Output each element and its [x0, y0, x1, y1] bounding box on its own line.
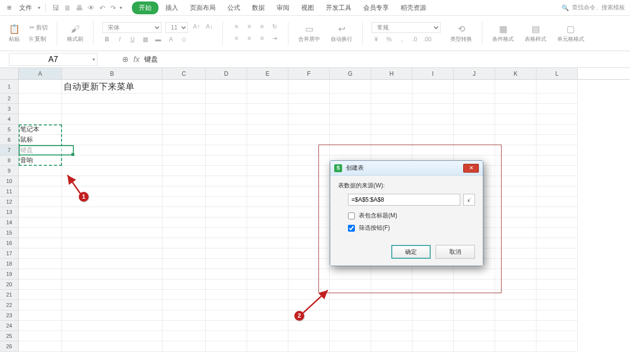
cell[interactable]	[371, 279, 412, 290]
cell[interactable]	[19, 259, 62, 269]
type-convert-group[interactable]: ⟲ 类型转换	[447, 24, 475, 43]
tab-formula[interactable]: 公式	[222, 1, 245, 14]
cell[interactable]	[62, 331, 162, 341]
cell[interactable]	[495, 310, 536, 321]
cell[interactable]	[19, 104, 62, 114]
cell[interactable]	[454, 321, 495, 331]
cell[interactable]	[454, 80, 495, 93]
cell[interactable]	[495, 176, 536, 186]
cell[interactable]	[330, 300, 371, 310]
row-header[interactable]: 8	[0, 155, 19, 166]
has-headers-checkbox-row[interactable]: 表包含标题(M)	[348, 212, 475, 220]
row-header[interactable]: 21	[0, 290, 19, 300]
inc-decimal-icon[interactable]: .0	[410, 36, 419, 45]
cell[interactable]	[495, 269, 536, 279]
cond-format-group[interactable]: ▦ 条件格式	[489, 24, 517, 43]
fill-color-icon[interactable]: ▬	[154, 36, 162, 45]
col-header-D[interactable]: D	[206, 68, 247, 79]
cell[interactable]	[206, 341, 247, 352]
cell[interactable]	[206, 279, 247, 290]
cell[interactable]	[19, 176, 62, 186]
cell[interactable]	[536, 155, 578, 166]
cell[interactable]	[247, 259, 288, 269]
cell[interactable]	[206, 114, 247, 124]
cell[interactable]	[536, 93, 578, 104]
cell[interactable]	[495, 155, 536, 166]
cell[interactable]	[62, 341, 162, 352]
align-center-icon[interactable]: ≡	[245, 35, 253, 44]
cell[interactable]	[495, 238, 536, 248]
tab-review[interactable]: 审阅	[272, 1, 294, 14]
row-header[interactable]: 7	[0, 145, 19, 155]
cell[interactable]	[288, 321, 330, 331]
cell[interactable]	[62, 310, 162, 321]
cell[interactable]	[536, 176, 578, 186]
col-header-G[interactable]: G	[330, 68, 371, 79]
cell[interactable]	[495, 93, 536, 104]
merge-group[interactable]: ▭ 合并居中	[295, 24, 323, 43]
cell[interactable]	[162, 135, 206, 145]
cell[interactable]	[495, 300, 536, 310]
filter-checkbox[interactable]	[348, 225, 355, 232]
cell[interactable]	[371, 300, 412, 310]
cell[interactable]	[371, 269, 412, 279]
align-right-icon[interactable]: ≡	[257, 35, 266, 44]
cell[interactable]	[247, 155, 288, 166]
cell[interactable]	[536, 207, 578, 217]
row-header[interactable]: 10	[0, 176, 19, 186]
cell[interactable]	[454, 104, 495, 114]
cell[interactable]	[162, 186, 206, 197]
cell[interactable]	[330, 279, 371, 290]
row-header[interactable]: 20	[0, 279, 19, 290]
cell[interactable]	[536, 166, 578, 176]
cell[interactable]	[247, 300, 288, 310]
cell[interactable]	[206, 217, 247, 228]
cell[interactable]	[536, 248, 578, 259]
cell[interactable]	[288, 331, 330, 341]
cell[interactable]	[162, 321, 206, 331]
cell[interactable]	[19, 290, 62, 300]
cell[interactable]	[206, 207, 247, 217]
row-header[interactable]: 14	[0, 217, 19, 228]
cell[interactable]	[247, 80, 288, 93]
cell[interactable]	[206, 135, 247, 145]
cell[interactable]	[206, 290, 247, 300]
bold-icon[interactable]: B	[102, 36, 111, 45]
cell[interactable]	[19, 238, 62, 248]
cell[interactable]	[62, 114, 162, 124]
cell[interactable]	[247, 290, 288, 300]
cell[interactable]	[247, 124, 288, 135]
cell[interactable]	[371, 321, 412, 331]
cell[interactable]	[495, 228, 536, 238]
cell[interactable]	[454, 290, 495, 300]
cell[interactable]	[247, 269, 288, 279]
cell[interactable]	[454, 310, 495, 321]
align-top-icon[interactable]: ≡	[232, 23, 241, 32]
cell[interactable]	[495, 341, 536, 352]
cell[interactable]	[206, 124, 247, 135]
cell[interactable]	[536, 310, 578, 321]
dialog-titlebar[interactable]: S 创建表 ✕	[330, 161, 483, 176]
cell[interactable]	[247, 279, 288, 290]
cell[interactable]	[330, 135, 371, 145]
cell[interactable]	[412, 124, 454, 135]
cell[interactable]	[162, 176, 206, 186]
cell[interactable]	[62, 124, 162, 135]
percent-icon[interactable]: %	[384, 36, 393, 45]
cell[interactable]	[19, 114, 62, 124]
cell[interactable]	[288, 124, 330, 135]
paste-group[interactable]: 📋 粘贴	[6, 24, 23, 43]
row-header[interactable]: 2	[0, 93, 19, 104]
cell[interactable]	[206, 166, 247, 176]
redo-icon[interactable]: ↷	[109, 2, 118, 13]
cell[interactable]	[162, 341, 206, 352]
cell[interactable]	[206, 80, 247, 93]
cell[interactable]	[19, 228, 62, 238]
cell[interactable]	[495, 135, 536, 145]
cell[interactable]	[495, 248, 536, 259]
cell[interactable]	[371, 310, 412, 321]
cell[interactable]	[162, 145, 206, 155]
row-header[interactable]: 15	[0, 228, 19, 238]
cell[interactable]	[206, 321, 247, 331]
cut-button[interactable]: ✂ 剪切	[30, 24, 48, 32]
